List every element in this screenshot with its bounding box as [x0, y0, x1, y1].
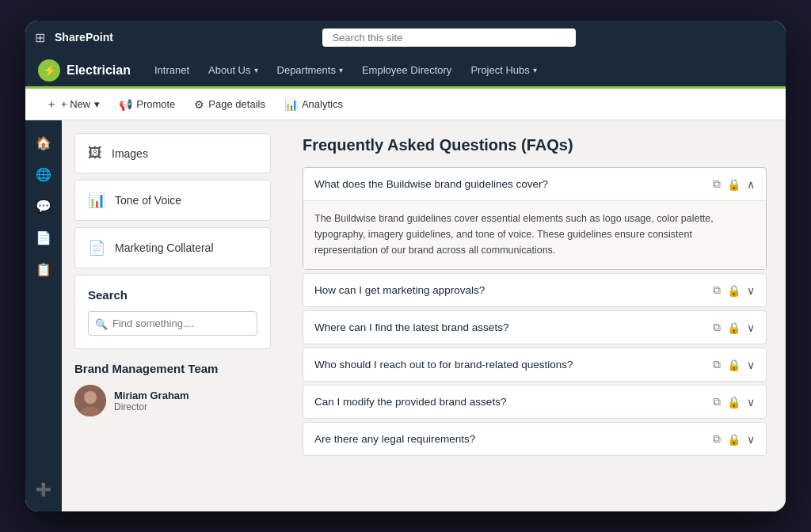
app-container: ⊞ SharePoint ⚡ Electrician Intranet Abou…: [25, 21, 786, 511]
new-button[interactable]: ＋ + New ▾: [38, 93, 108, 116]
chevron-down-icon[interactable]: ∨: [747, 396, 755, 408]
nav-project-hubs[interactable]: Project Hubs ▾: [463, 59, 544, 81]
faq-action-icons-5: ⧉ 🔒: [713, 432, 741, 446]
copy-icon[interactable]: ⧉: [713, 358, 721, 371]
faq-answer-0: The Buildwise brand guidelines cover ess…: [303, 200, 766, 269]
faq-question-0[interactable]: What does the Buildwise brand guidelines…: [303, 168, 766, 200]
home-icon[interactable]: 🏠: [29, 128, 58, 157]
promote-icon: 📢: [119, 98, 132, 111]
faq-item-5: Are there any legal requirements? ⧉ 🔒 ∨: [303, 422, 767, 456]
member-info: Miriam Graham Director: [114, 390, 189, 412]
chevron-down-icon[interactable]: ∨: [747, 284, 755, 297]
page-details-button[interactable]: ⚙ Page details: [186, 94, 273, 115]
nav-card-marketing-collateral[interactable]: 📄 Marketing Collateral: [74, 227, 271, 268]
nav-employee-directory[interactable]: Employee Directory: [354, 59, 459, 81]
chevron-down-icon: ▾: [533, 66, 537, 74]
chevron-down-icon: ▾: [94, 98, 100, 110]
nav-intranet[interactable]: Intranet: [147, 59, 197, 81]
chevron-down-icon[interactable]: ∨: [747, 359, 755, 371]
faq-question-text-5: Are there any legal requirements?: [314, 433, 706, 445]
analytics-icon: 📊: [284, 98, 298, 111]
faq-action-icons-1: ⧉ 🔒: [713, 283, 741, 297]
nav-departments[interactable]: Departments ▾: [269, 59, 351, 81]
tone-icon: 📊: [88, 192, 105, 209]
faq-action-icons-4: ⧉ 🔒: [713, 395, 741, 408]
right-panel: Frequently Asked Questions (FAQs) What d…: [284, 120, 786, 511]
promote-button[interactable]: 📢 Promote: [111, 94, 183, 115]
faq-item-1: How can I get marketing approvals? ⧉ 🔒 ∨: [303, 273, 767, 307]
document-icon[interactable]: 📄: [29, 223, 58, 252]
faq-question-5[interactable]: Are there any legal requirements? ⧉ 🔒 ∨: [303, 423, 766, 455]
faq-question-1[interactable]: How can I get marketing approvals? ⧉ 🔒 ∨: [303, 274, 766, 306]
faq-question-4[interactable]: Can I modify the provided brand assets? …: [303, 386, 766, 418]
member-name: Miriam Graham: [114, 390, 189, 401]
faq-question-2[interactable]: Where can I find the latest brand assets…: [303, 311, 766, 344]
globe-icon[interactable]: 🌐: [29, 160, 58, 188]
edit-icon[interactable]: 🔒: [727, 433, 741, 446]
chevron-down-icon: ▾: [339, 66, 343, 74]
chevron-down-icon[interactable]: ∨: [747, 433, 755, 446]
search-area: [123, 28, 776, 47]
faq-action-icons-3: ⧉ 🔒: [713, 358, 741, 371]
svg-point-1: [84, 391, 97, 404]
faq-question-text-2: Where can I find the latest brand assets…: [314, 321, 706, 333]
brand-icon: ⚡: [38, 59, 60, 82]
images-icon: 🖼: [88, 145, 102, 162]
copy-icon[interactable]: ⧉: [713, 321, 721, 334]
faq-question-text-4: Can I modify the provided brand assets?: [314, 396, 706, 408]
toolbar: ＋ + New ▾ 📢 Promote ⚙ Page details 📊 Ana…: [25, 89, 786, 120]
team-section-title: Brand Management Team: [74, 362, 271, 375]
nav-bar: ⚡ Electrician Intranet About Us ▾ Depart…: [25, 54, 786, 89]
member-title: Director: [114, 401, 189, 412]
copy-icon[interactable]: ⧉: [713, 395, 721, 408]
team-member: Miriam Graham Director: [74, 385, 271, 416]
faq-item-4: Can I modify the provided brand assets? …: [303, 385, 767, 419]
edit-icon[interactable]: 🔒: [727, 359, 741, 371]
copy-icon[interactable]: ⧉: [713, 177, 721, 191]
faq-question-3[interactable]: Who should I reach out to for brand-rela…: [303, 348, 766, 381]
edit-icon[interactable]: 🔒: [727, 321, 741, 334]
faq-item-2: Where can I find the latest brand assets…: [303, 310, 767, 344]
search-icon: 🔍: [95, 317, 108, 329]
plus-icon: ＋: [46, 97, 57, 112]
sp-sidebar: 🏠 🌐 💬 📄 📋 ➕: [25, 120, 62, 511]
main-content: 🏠 🌐 💬 📄 📋 ➕ 🖼 Images 📊 Tone of Voice: [25, 120, 786, 511]
faq-item-3: Who should I reach out to for brand-rela…: [303, 348, 767, 382]
copy-icon[interactable]: ⧉: [713, 432, 721, 446]
chevron-up-icon[interactable]: ∧: [747, 178, 755, 191]
nav-card-images[interactable]: 🖼 Images: [74, 133, 271, 173]
marketing-icon: 📄: [88, 239, 105, 256]
faq-question-text-1: How can I get marketing approvals?: [314, 284, 706, 296]
search-input-wrap: 🔍: [88, 311, 257, 336]
app-name: SharePoint: [55, 31, 113, 44]
top-bar: ⊞ SharePoint: [25, 21, 786, 54]
faq-action-icons-2: ⧉ 🔒: [713, 321, 741, 334]
faq-question-text-0: What does the Buildwise brand guidelines…: [314, 178, 706, 190]
faq-title: Frequently Asked Questions (FAQs): [303, 136, 767, 154]
avatar: [74, 385, 106, 416]
left-panel: 🖼 Images 📊 Tone of Voice 📄 Marketing Col…: [62, 120, 284, 511]
chevron-down-icon: ▾: [254, 66, 258, 74]
edit-icon[interactable]: 🔒: [727, 178, 741, 191]
add-icon[interactable]: ➕: [29, 475, 58, 504]
nav-card-tone-of-voice[interactable]: 📊 Tone of Voice: [74, 180, 271, 221]
grid-icon[interactable]: ⊞: [35, 30, 45, 45]
brand-logo: ⚡ Electrician: [38, 59, 131, 82]
faq-item-0: What does the Buildwise brand guidelines…: [303, 167, 767, 270]
edit-icon[interactable]: 🔒: [727, 396, 741, 408]
search-widget: Search 🔍: [74, 275, 271, 349]
faq-action-icons: ⧉ 🔒: [713, 177, 741, 191]
edit-icon[interactable]: 🔒: [727, 284, 741, 297]
copy-icon[interactable]: ⧉: [713, 283, 721, 297]
settings-icon: ⚙: [194, 98, 204, 111]
site-search-input[interactable]: [322, 28, 576, 47]
list-icon[interactable]: 📋: [29, 255, 58, 283]
analytics-button[interactable]: 📊 Analytics: [276, 94, 351, 115]
faq-question-text-3: Who should I reach out to for brand-rela…: [314, 359, 706, 370]
search-input[interactable]: [88, 311, 257, 336]
chevron-down-icon[interactable]: ∨: [747, 321, 755, 334]
device-frame: ⊞ SharePoint ⚡ Electrician Intranet Abou…: [25, 21, 786, 511]
search-widget-title: Search: [88, 288, 257, 302]
chat-icon[interactable]: 💬: [29, 192, 58, 220]
nav-about-us[interactable]: About Us ▾: [200, 59, 265, 81]
